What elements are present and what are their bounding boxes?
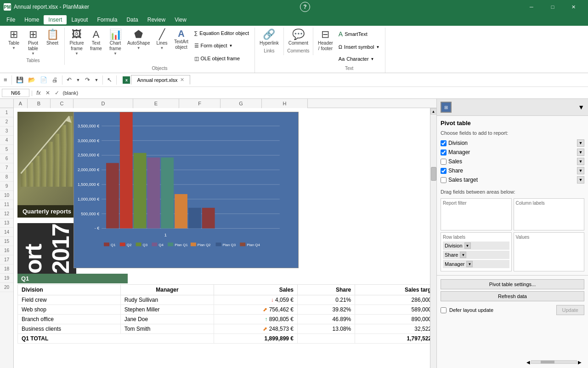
formula-cancel-btn[interactable]: ✕ bbox=[44, 90, 51, 96]
cell-area[interactable]: Quarterly reports ort 2017 bbox=[14, 108, 436, 368]
close-button[interactable]: ✕ bbox=[563, 0, 584, 14]
panel-dropdown[interactable]: ▼ bbox=[578, 104, 584, 111]
share-checkbox[interactable] bbox=[441, 168, 447, 174]
form-object-button[interactable]: ☰ Form object ▼ bbox=[192, 42, 252, 50]
doc-tab[interactable]: Annual report.xlsx ✕ bbox=[131, 75, 190, 85]
menu-icon-btn[interactable]: ≡ bbox=[2, 75, 9, 84]
col-header-e[interactable]: E bbox=[133, 99, 179, 108]
values-area[interactable]: Values bbox=[514, 232, 585, 271]
smarttext-button[interactable]: A SmartText bbox=[336, 29, 383, 39]
lines-button[interactable]: ╱ Lines ▼ bbox=[153, 28, 171, 51]
vertical-scrollbar[interactable]: ▲ ▼ bbox=[430, 108, 436, 368]
undo-btn[interactable]: ↶ bbox=[65, 75, 74, 84]
sales-cell: ⬈ 248,573 € bbox=[214, 324, 298, 334]
text-frame-label: Textframe bbox=[90, 40, 102, 52]
new-btn[interactable]: 📄 bbox=[38, 75, 49, 84]
undo-dropdown[interactable]: ▼ bbox=[74, 77, 82, 83]
chart-area[interactable]: 3,500,000 € 3,000,000 € 2,500,000 € 2,00… bbox=[74, 112, 299, 268]
menu-formula[interactable]: Formula bbox=[92, 15, 122, 24]
equation-editor-button[interactable]: ∑ Equation Editor object bbox=[192, 29, 252, 37]
character-button[interactable]: Aa Character ▼ bbox=[336, 55, 383, 63]
manager-checkbox[interactable] bbox=[441, 150, 447, 155]
row-num-9: 9 bbox=[0, 182, 13, 191]
chart-dropdown[interactable]: ▼ bbox=[113, 52, 117, 56]
menu-file[interactable]: File bbox=[2, 15, 20, 24]
formula-input[interactable] bbox=[62, 90, 586, 96]
scroll-thumb[interactable] bbox=[431, 167, 436, 181]
pivot-table-button[interactable]: ⊞ Pivottable ▼ bbox=[24, 28, 42, 57]
ole-object-button[interactable]: ◫ OLE object frame bbox=[192, 55, 252, 63]
sheet-button[interactable]: 📋 Sheet bbox=[43, 28, 62, 47]
scroll-up-btn[interactable]: ▲ bbox=[430, 108, 437, 115]
column-labels-area[interactable]: Column labels bbox=[514, 198, 585, 230]
picture-frame-button[interactable]: 🖼 Pictureframe ▼ bbox=[68, 28, 86, 57]
col-header-g[interactable]: G bbox=[220, 99, 262, 108]
save-btn[interactable]: 💾 bbox=[14, 75, 25, 84]
sales-cell: ↑ 890,805 € bbox=[214, 315, 298, 324]
autoshape-button[interactable]: ⬟ AutoShape ▼ bbox=[125, 28, 152, 51]
defer-layout-label: Defer layout update bbox=[449, 307, 493, 313]
sales-checkbox[interactable] bbox=[441, 159, 447, 165]
insert-symbol-dropdown[interactable]: ▼ bbox=[376, 45, 380, 49]
col-header-d[interactable]: D bbox=[74, 99, 133, 108]
title-bar: PM Annual report.xlsx - PlanMaker ? ─ □ … bbox=[0, 0, 588, 14]
pivot-dropdown-arrow[interactable]: ▼ bbox=[31, 52, 35, 56]
sales-target-checkbox[interactable] bbox=[441, 177, 447, 183]
col-header-a[interactable]: A bbox=[14, 99, 28, 108]
header-footer-button[interactable]: ⊟ Header/ footer bbox=[316, 28, 335, 52]
maximize-button[interactable]: □ bbox=[542, 0, 563, 14]
col-header-c[interactable]: C bbox=[51, 99, 74, 108]
text-frame-button[interactable]: A Textframe bbox=[87, 28, 105, 52]
row-manager-dropdown[interactable]: ▼ bbox=[466, 261, 473, 267]
menu-data[interactable]: Data bbox=[122, 15, 142, 24]
row-share-dropdown[interactable]: ▼ bbox=[460, 252, 466, 258]
sales-dropdown-btn[interactable]: ▼ bbox=[577, 158, 584, 165]
update-btn[interactable]: Update bbox=[556, 305, 584, 315]
defer-layout-checkbox[interactable] bbox=[441, 307, 447, 313]
division-dropdown-btn[interactable]: ▼ bbox=[577, 139, 584, 147]
cell-reference-input[interactable] bbox=[2, 89, 29, 97]
menu-home[interactable]: Home bbox=[20, 15, 44, 24]
division-checkbox[interactable] bbox=[441, 140, 447, 146]
row-labels-area[interactable]: Row labels Division ▼ Share ▼ Manager ▼ bbox=[441, 232, 512, 271]
report-filter-area[interactable]: Report filter bbox=[441, 198, 512, 230]
character-dropdown[interactable]: ▼ bbox=[371, 57, 374, 61]
textart-button[interactable]: A TextArtobject bbox=[172, 28, 191, 51]
manager-dropdown-btn[interactable]: ▼ bbox=[577, 149, 584, 156]
drag-areas: Report filter Column labels Row labels D… bbox=[441, 198, 584, 271]
help-button[interactable]: ? bbox=[300, 2, 310, 12]
row-division-dropdown[interactable]: ▼ bbox=[464, 242, 471, 249]
menu-view[interactable]: View bbox=[170, 15, 191, 24]
table-button[interactable]: ⊞ Table ▼ bbox=[5, 28, 23, 51]
scroll-track[interactable] bbox=[430, 115, 437, 368]
redo-btn[interactable]: ↷ bbox=[83, 75, 92, 84]
hyperlink-button[interactable]: 🔗 Hyperlink bbox=[258, 28, 281, 47]
cursor-btn[interactable]: ↖ bbox=[105, 75, 114, 84]
sales-target-dropdown-btn[interactable]: ▼ bbox=[577, 176, 584, 184]
picture-dropdown[interactable]: ▼ bbox=[75, 52, 79, 56]
pivot-table-icon[interactable]: ⊞ bbox=[441, 102, 452, 113]
col-header-h[interactable]: H bbox=[262, 99, 308, 108]
lines-dropdown[interactable]: ▼ bbox=[160, 46, 164, 50]
form-dropdown[interactable]: ▼ bbox=[229, 44, 233, 48]
tab-close-btn[interactable]: ✕ bbox=[180, 77, 184, 83]
col-header-f[interactable]: F bbox=[179, 99, 220, 108]
minimize-button[interactable]: ─ bbox=[521, 0, 542, 14]
open-btn[interactable]: 📂 bbox=[26, 75, 37, 84]
autoshape-dropdown[interactable]: ▼ bbox=[137, 46, 141, 50]
menu-insert[interactable]: Insert bbox=[44, 15, 67, 24]
menu-layout[interactable]: Layout bbox=[67, 15, 92, 24]
sheet-icon: 📋 bbox=[46, 29, 59, 40]
refresh-data-btn[interactable]: Refresh data bbox=[441, 291, 584, 301]
col-header-b[interactable]: B bbox=[28, 99, 51, 108]
chart-frame-button[interactable]: 📊 Chartframe ▼ bbox=[106, 28, 124, 57]
table-dropdown-arrow[interactable]: ▼ bbox=[12, 46, 16, 50]
redo-dropdown[interactable]: ▼ bbox=[93, 77, 101, 83]
share-dropdown-btn[interactable]: ▼ bbox=[577, 167, 584, 174]
menu-review[interactable]: Review bbox=[143, 15, 170, 24]
print-btn[interactable]: 🖨 bbox=[50, 75, 60, 84]
comment-button[interactable]: 💬 Comment bbox=[287, 28, 310, 47]
pivot-settings-btn[interactable]: Pivot table settings... bbox=[441, 279, 584, 289]
insert-symbol-button[interactable]: Ω Insert symbol ▼ bbox=[336, 43, 383, 51]
formula-confirm-btn[interactable]: ✓ bbox=[53, 90, 61, 96]
